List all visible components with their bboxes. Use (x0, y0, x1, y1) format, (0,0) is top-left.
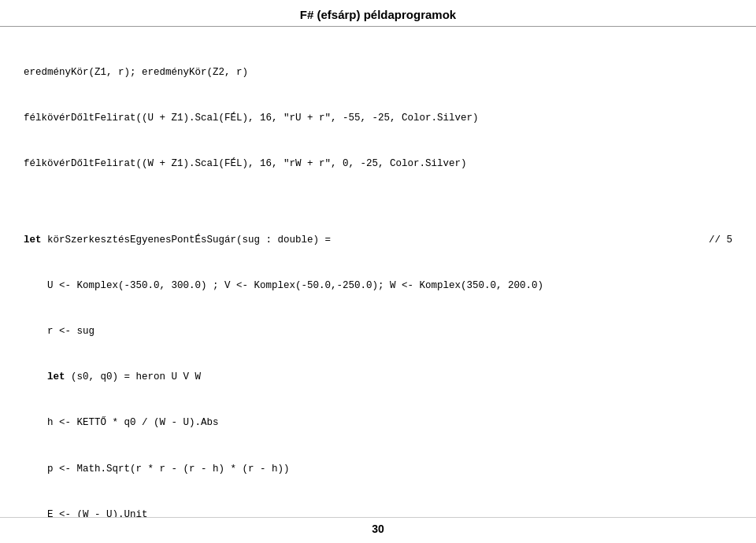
code-line-10: p <- Math.Sqrt(r * r - (r - h) * (r - h)… (24, 462, 732, 477)
page-header: F# (efsárp) példaprogramok (0, 0, 756, 27)
code-area: eredményKör(Z1, r); eredményKör(Z2, r) f… (0, 27, 756, 517)
code-line-1: eredményKör(Z1, r); eredményKör(Z2, r) (24, 65, 732, 80)
code-line-5: let körSzerkesztésEgyenesPontÉsSugár(sug… (24, 233, 732, 248)
page-container: F# (efsárp) példaprogramok eredményKör(Z… (0, 0, 756, 543)
code-line-6: U <- Komplex(-350.0, 300.0) ; V <- Kompl… (24, 279, 732, 294)
code-line-7: r <- sug (24, 324, 732, 339)
code-line-9: h <- KETTŐ * q0 / (W - U).Abs (24, 416, 732, 430)
code-block: eredményKör(Z1, r); eredményKör(Z2, r) f… (24, 35, 732, 517)
code-line-3: félkövérDőltFelirat((W + Z1).Scal(FÉL), … (24, 157, 732, 172)
page-number: 30 (372, 523, 384, 535)
page-footer: 30 (0, 517, 756, 543)
code-line-11: E <- (W - U).Unit (24, 508, 732, 517)
code-line-8: let (s0, q0) = heron U V W (24, 370, 732, 385)
code-line-2: félkövérDőltFelirat((U + Z1).Scal(FÉL), … (24, 111, 732, 126)
page-title: F# (efsárp) példaprogramok (300, 8, 456, 21)
